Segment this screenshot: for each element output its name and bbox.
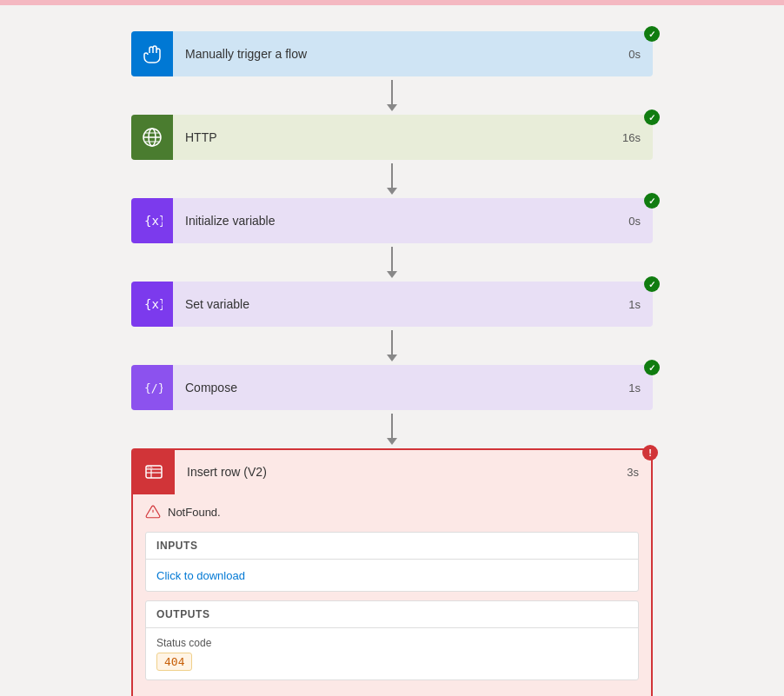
step-initvar[interactable]: {x} Initialize variable 0s [131,198,653,243]
compose-label: Compose [173,381,628,394]
step-block-trigger[interactable]: Manually trigger a flow 0s [131,31,653,76]
svg-text:{/}: {/} [144,381,163,394]
initvar-label: Initialize variable [173,214,628,228]
inputs-header: INPUTS [146,533,638,560]
error-message-row: NotFound. [145,504,639,520]
http-success-badge [644,109,660,125]
click-to-download-link[interactable]: Click to download [156,569,245,582]
http-duration: 16s [622,131,653,144]
insert-row-label: Insert row (V2) [175,465,627,479]
trigger-success-badge [644,26,660,42]
step-block-http[interactable]: HTTP 16s [131,115,653,160]
insert-row-body: NotFound. INPUTS Click to download OUTPU… [131,494,653,696]
initvar-success-badge [644,193,660,209]
arrow-3 [387,243,397,282]
step-block-compose[interactable]: {/} Compose 1s [131,365,653,410]
compose-icon: {/} [131,365,173,410]
flow-canvas: Manually trigger a flow 0s HTTP 16s [0,5,784,696]
step-http[interactable]: HTTP 16s [131,115,653,160]
status-code-label: Status code [156,637,628,649]
outputs-header: OUTPUTS [146,601,638,628]
trigger-label: Manually trigger a flow [173,47,628,61]
svg-text:{x}: {x} [144,297,163,311]
insert-row-icon: SQL [133,449,175,494]
step-block-setvar[interactable]: {x} Set variable 1s [131,282,653,327]
step-insert-row[interactable]: SQL Insert row (V2) 3s NotFound. INPUTS [131,448,653,696]
outputs-content: Status code 404 [146,628,638,679]
trigger-icon [131,31,173,76]
outputs-section: OUTPUTS Status code 404 [145,600,639,680]
setvar-label: Set variable [173,297,628,311]
arrow-4 [387,327,397,365]
svg-text:SQL: SQL [147,465,154,469]
trigger-duration: 0s [628,48,653,61]
insert-row-error-badge [642,445,658,461]
status-code-value: 404 [156,653,192,671]
step-block-initvar[interactable]: {x} Initialize variable 0s [131,198,653,243]
insert-row-header[interactable]: SQL Insert row (V2) 3s [131,448,653,494]
arrow-5 [387,410,397,448]
step-compose[interactable]: {/} Compose 1s [131,365,653,410]
setvar-icon: {x} [131,282,173,327]
http-icon [131,115,173,160]
initvar-duration: 0s [628,215,653,228]
inputs-content: Click to download [146,560,638,591]
setvar-duration: 1s [628,298,653,311]
warning-triangle-icon [145,504,161,520]
compose-success-badge [644,360,660,375]
compose-duration: 1s [628,381,653,394]
insert-row-duration: 3s [627,466,651,479]
svg-text:{x}: {x} [144,214,163,228]
step-trigger[interactable]: Manually trigger a flow 0s [131,31,653,76]
http-label: HTTP [173,130,622,144]
step-setvar[interactable]: {x} Set variable 1s [131,282,653,327]
arrow-1 [387,76,397,115]
inputs-section: INPUTS Click to download [145,532,639,592]
initvar-icon: {x} [131,198,173,243]
setvar-success-badge [644,276,660,292]
error-text: NotFound. [168,506,221,519]
arrow-2 [387,160,397,198]
